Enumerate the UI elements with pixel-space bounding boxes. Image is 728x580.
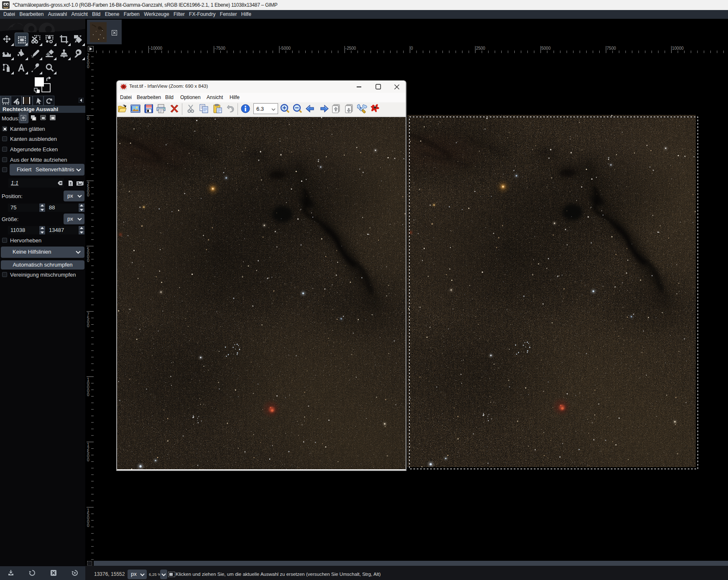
svg-text:2500: 2500 xyxy=(476,46,485,51)
svg-text:10000: 10000 xyxy=(672,46,684,51)
svg-text:0: 0 xyxy=(87,523,89,528)
svg-text:0: 0 xyxy=(87,64,89,69)
svg-text:-10000: -10000 xyxy=(149,46,163,51)
svg-text:5000: 5000 xyxy=(542,46,551,51)
svg-text:7500: 7500 xyxy=(607,46,616,51)
svg-text:0: 0 xyxy=(87,392,89,397)
svg-text:-5000: -5000 xyxy=(280,46,291,51)
svg-text:-2500: -2500 xyxy=(345,46,356,51)
svg-text:0: 0 xyxy=(411,46,413,51)
svg-text:0: 0 xyxy=(87,193,89,197)
svg-text:0: 0 xyxy=(87,458,89,462)
svg-text:0: 0 xyxy=(87,323,89,328)
svg-text:0: 0 xyxy=(87,258,89,263)
svg-text:-7500: -7500 xyxy=(215,46,225,51)
svg-text:0: 0 xyxy=(87,116,89,121)
